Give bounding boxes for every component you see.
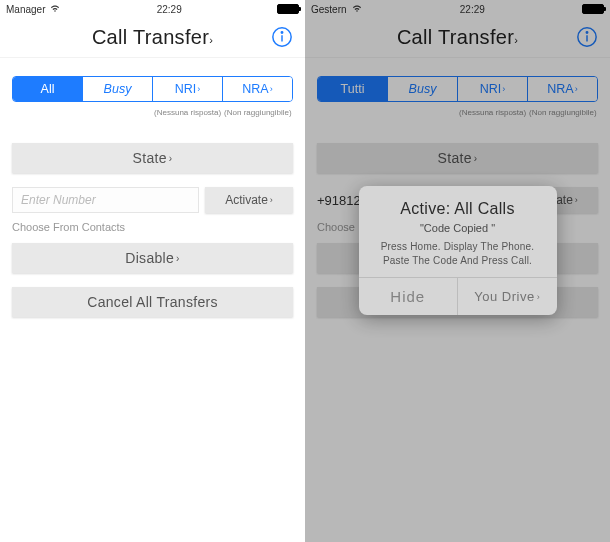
- segment-nra[interactable]: NRA›: [223, 77, 292, 101]
- popup-hide-button[interactable]: Hide: [359, 278, 459, 315]
- segmented-control[interactable]: All Busy NRI› NRA›: [12, 76, 293, 102]
- popup-message: Press Home. Display The Phone. Paste The…: [369, 240, 547, 267]
- segment-busy[interactable]: Busy: [83, 77, 153, 101]
- carrier-label: Manager: [6, 4, 45, 15]
- cancel-all-button[interactable]: Cancel All Transfers: [12, 287, 293, 317]
- activate-button[interactable]: Activate›: [205, 187, 293, 213]
- nav-bar: Call Transfer›: [0, 18, 305, 58]
- info-icon[interactable]: [271, 26, 293, 48]
- status-bar: Manager 22:29: [0, 0, 305, 18]
- page-title: Call Transfer›: [92, 26, 213, 49]
- popup-subtitle: "Code Copied ": [369, 222, 547, 234]
- disable-button[interactable]: Disable›: [12, 243, 293, 273]
- alert-popup: Active: All Calls "Code Copied " Press H…: [359, 186, 557, 315]
- segment-all[interactable]: All: [13, 77, 83, 101]
- choose-contacts-link[interactable]: Choose From Contacts: [12, 221, 293, 233]
- clock: 22:29: [157, 4, 182, 15]
- phone-screen-left: Manager 22:29 Call Transfer› All Busy NR…: [0, 0, 305, 542]
- segment-sublabels: (Nessuna risposta) (Non raggiungibile): [12, 108, 293, 117]
- sublabel-nra: (Non raggiungibile): [223, 108, 293, 117]
- number-input[interactable]: [12, 187, 199, 213]
- popup-title: Active: All Calls: [369, 200, 547, 218]
- popup-drive-button[interactable]: You Drive›: [458, 278, 557, 315]
- battery-icon: [277, 4, 299, 14]
- sublabel-nri: (Nessuna risposta): [153, 108, 223, 117]
- wifi-icon: [49, 3, 61, 15]
- svg-point-2: [281, 32, 282, 33]
- segment-nri[interactable]: NRI›: [153, 77, 223, 101]
- phone-screen-right: Gestern 22:29 Call Transfer› Tutti Busy …: [305, 0, 610, 542]
- state-button[interactable]: State›: [12, 143, 293, 173]
